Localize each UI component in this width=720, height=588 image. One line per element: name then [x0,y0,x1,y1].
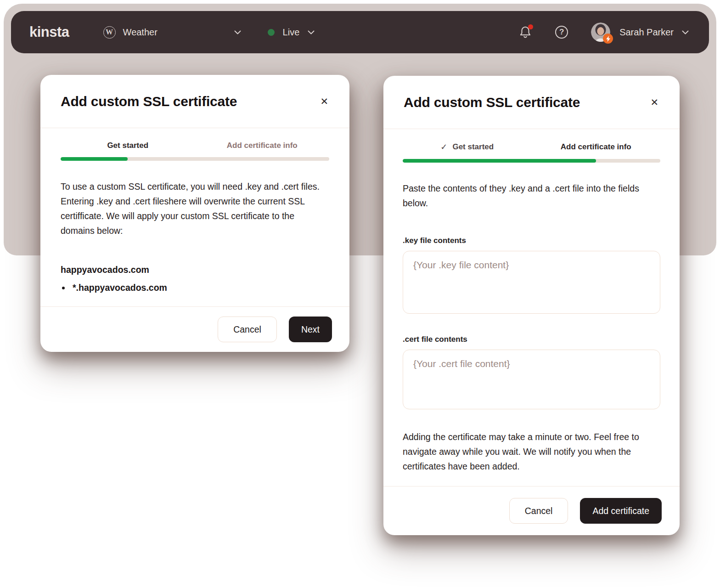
user-avatar[interactable] [591,23,610,42]
modal-header: Add custom SSL certificate ✕ [383,76,680,129]
key-field-label: .key file contents [403,236,660,245]
step-get-started[interactable]: Get started [61,141,195,150]
modal-add-ssl-get-started: Add custom SSL certificate ✕ Get started… [40,75,349,352]
key-field-group: .key file contents [403,236,660,316]
key-file-input[interactable] [403,251,660,314]
modal-footer: Cancel Next [40,306,349,352]
environment-label: Live [283,27,300,38]
instruction-text: To use a custom SSL certificate, you wil… [61,179,329,238]
progress-fill [403,159,596,163]
modal-title: Add custom SSL certificate [61,94,237,109]
chevron-down-icon [308,30,315,34]
site-name-label: Weather [123,27,234,38]
help-button[interactable]: ? [555,26,568,39]
note-text: Adding the certificate may take a minute… [403,430,660,474]
add-certificate-button[interactable]: Add certificate [580,498,662,524]
kinsta-logo[interactable]: kinsta [29,24,69,40]
page: kinsta W Weather Live ? [0,0,720,588]
cancel-button[interactable]: Cancel [509,498,568,524]
user-name-label[interactable]: Sarah Parker [619,27,674,38]
instruction-text: Paste the contents of they .key and a .c… [403,181,660,210]
lightning-badge-icon [603,34,613,44]
step-add-certificate-info[interactable]: Add certificate info [195,141,330,150]
progress-bar [61,157,329,161]
site-selector[interactable]: W Weather [103,26,241,39]
stepper: Get started Add certificate info [40,128,349,161]
cancel-button[interactable]: Cancel [218,317,277,342]
next-button[interactable]: Next [289,317,332,342]
close-icon[interactable]: ✕ [318,95,330,108]
wordpress-icon: W [103,26,116,39]
progress-bar [403,159,660,163]
cert-field-label: .cert file contents [403,335,660,344]
chevron-down-icon[interactable] [682,30,689,34]
cert-field-group: .cert file contents [403,335,660,411]
stepper: ✓ Get started Add certificate info [383,129,680,163]
step-get-started-label: Get started [452,142,494,152]
live-status-dot [268,29,275,36]
step-get-started[interactable]: ✓ Get started [403,142,532,152]
close-icon[interactable]: ✕ [648,96,660,109]
step-add-certificate-info[interactable]: Add certificate info [532,142,661,152]
check-icon: ✓ [440,142,447,152]
cert-file-input[interactable] [403,350,660,409]
domain-block: happyavocados.com *.happyavocados.com [61,265,329,293]
modal-body: Paste the contents of they .key and a .c… [383,163,680,474]
wildcard-domain: *.happyavocados.com [71,283,329,293]
notifications-button[interactable] [519,26,531,39]
progress-fill [61,157,128,161]
notification-badge [528,24,533,29]
modal-title: Add custom SSL certificate [404,95,580,110]
modal-add-ssl-certificate-info: Add custom SSL certificate ✕ ✓ Get start… [383,76,680,535]
modal-footer: Cancel Add certificate [383,486,680,535]
environment-selector[interactable]: Live [268,27,315,38]
chevron-down-icon [234,30,241,34]
modal-body: To use a custom SSL certificate, you wil… [40,161,349,293]
topbar-right: ? Sarah Parker [519,23,689,42]
modal-header: Add custom SSL certificate ✕ [40,75,349,128]
topbar: kinsta W Weather Live ? [11,11,709,53]
primary-domain: happyavocados.com [61,265,329,275]
